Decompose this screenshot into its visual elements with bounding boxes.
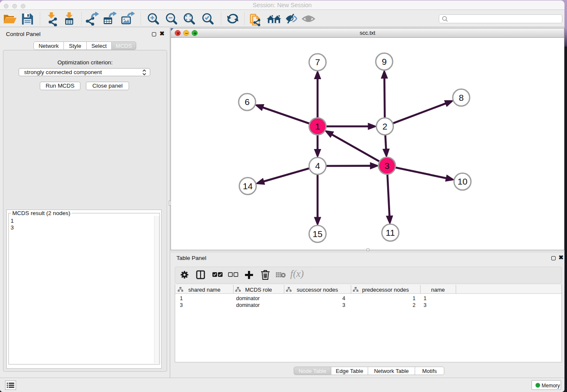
svg-text:1: 1 [315,121,320,131]
svg-text:3: 3 [385,161,390,171]
svg-text:2: 2 [383,121,388,131]
svg-text:4: 4 [315,161,320,171]
svg-text:6: 6 [245,97,250,107]
svg-text:9: 9 [382,57,387,66]
svg-text:7: 7 [315,57,320,67]
svg-text:8: 8 [459,93,464,102]
svg-text:15: 15 [313,229,322,239]
svg-text:14: 14 [243,181,253,191]
svg-text:10: 10 [457,177,467,186]
svg-text:11: 11 [386,228,395,237]
